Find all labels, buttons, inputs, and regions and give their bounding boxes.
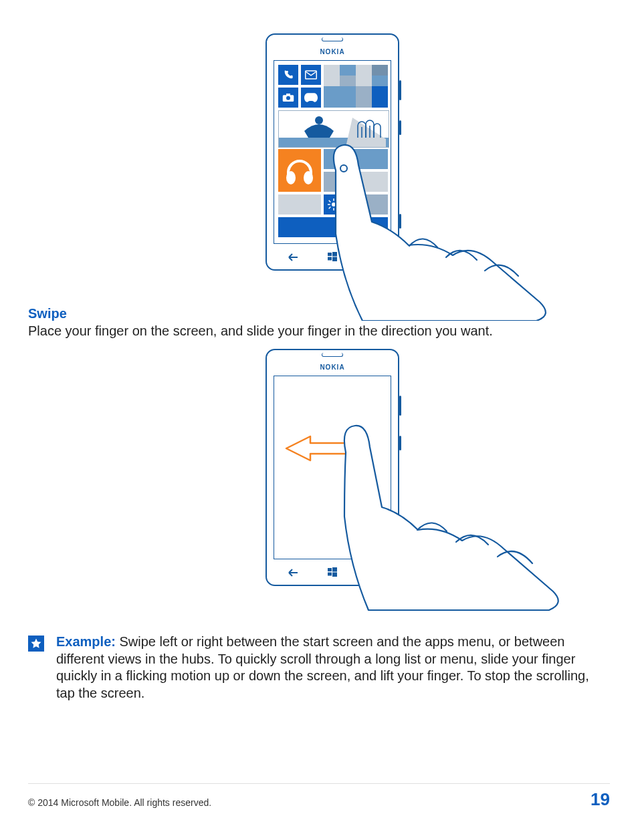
svg-rect-2 [286,94,290,96]
svg-rect-22 [328,568,332,571]
back-arrow-icon [274,252,313,263]
svg-rect-9 [333,198,334,201]
headphones-icon [283,154,316,187]
svg-point-7 [304,171,313,184]
tile-music [278,149,321,192]
svg-rect-24 [328,572,332,575]
section-heading-swipe: Swipe [28,306,610,321]
svg-rect-16 [336,206,339,209]
tile-placeholder [346,194,388,215]
phone-brand-label: NOKIA [265,364,399,371]
footer-copyright: © 2014 Microsoft Mobile. All rights rese… [28,797,211,808]
svg-rect-17 [328,253,332,256]
svg-rect-18 [332,252,337,257]
back-arrow-icon [274,567,313,579]
windows-icon [313,252,352,263]
svg-point-5 [315,116,323,124]
page-footer: © 2014 Microsoft Mobile. All rights rese… [28,783,610,808]
svg-rect-12 [337,204,340,205]
example-label: Example: [56,634,116,649]
svg-rect-19 [328,257,332,260]
example-callout: Example: Swipe left or right between the… [28,634,610,702]
tile-placeholder [278,194,321,215]
svg-rect-13 [328,200,331,202]
tile-placeholder [278,217,388,237]
svg-point-6 [286,171,296,184]
svg-line-27 [373,573,376,576]
section-body-swipe: Place your finger on the screen, and sli… [28,323,610,339]
games-icon [304,93,318,102]
gear-icon [328,198,340,211]
photo-silhouette-icon [279,111,389,147]
phone-brand-label: NOKIA [265,48,399,55]
svg-point-3 [286,96,290,100]
tile-mail [301,65,321,85]
example-text: Example: Swipe left or right between the… [56,634,610,702]
swipe-left-arrow [284,435,364,462]
example-body: Swipe left or right between the start sc… [56,634,589,700]
mail-icon [305,70,317,80]
tile-mosaic [324,65,388,108]
tile-placeholder [324,149,388,169]
tile-placeholder [357,172,388,192]
tile-placeholder [324,172,354,192]
svg-rect-14 [336,200,339,202]
tile-phone [278,65,298,85]
tile-photo [278,110,389,148]
phone-icon [283,69,294,80]
svg-rect-25 [332,572,337,577]
tile-settings [324,194,344,215]
svg-point-8 [332,202,336,206]
search-icon [352,567,391,579]
svg-rect-15 [328,206,331,209]
windows-icon [313,567,352,579]
svg-point-26 [368,568,374,574]
star-badge-icon [28,636,44,652]
svg-rect-20 [332,257,337,261]
svg-rect-11 [328,204,330,205]
phone-illustration-swipe: NOKIA [265,349,399,586]
camera-icon [282,93,294,102]
tile-games [301,88,321,108]
svg-rect-23 [332,567,337,572]
phone-illustration-tiles: NOKIA [265,33,399,271]
star-icon [30,638,42,650]
page-number: 19 [591,791,610,808]
tile-camera [278,88,298,108]
svg-rect-10 [333,208,334,211]
